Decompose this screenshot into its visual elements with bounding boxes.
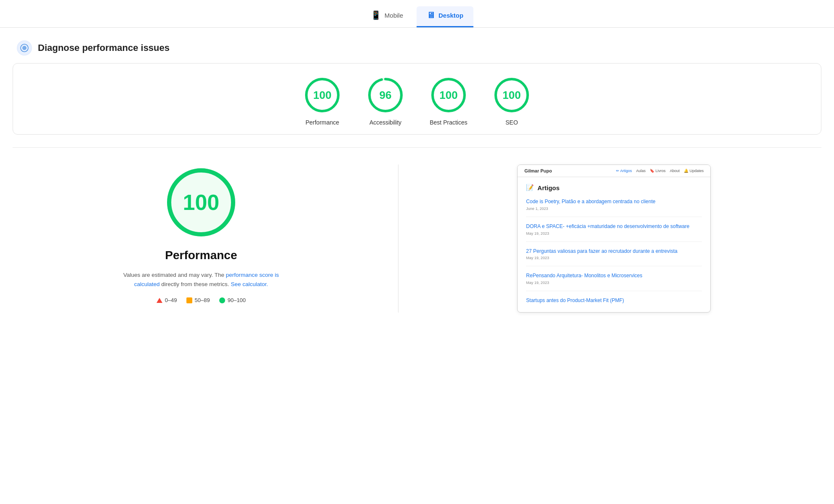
article-1-date: June 1, 2023 — [526, 207, 702, 211]
preview-nav-updates[interactable]: 🔔 Updates — [684, 169, 704, 173]
article-4-title[interactable]: RePensando Arquitetura- Monolitos e Micr… — [526, 272, 702, 279]
article-2-title[interactable]: DORA e SPACE- +eficácia +maturidade no d… — [526, 223, 702, 230]
vertical-separator — [398, 164, 398, 313]
legend-range-amber: 50–89 — [195, 297, 210, 303]
score-item-accessibility: 96 Accessibility — [367, 76, 404, 126]
article-5-title[interactable]: Startups antes do Product-Market Fit (PM… — [526, 297, 702, 304]
article-4: RePensando Arquitetura- Monolitos e Micr… — [526, 272, 702, 291]
article-5: Startups antes do Product-Market Fit (PM… — [526, 297, 702, 304]
right-panel: Gilmar Pupo ✏ Artigos Aulas 🔖 Livros Abo… — [407, 164, 821, 313]
section-title: Diagnose performance issues — [38, 42, 170, 53]
scores-card: 100 Performance 96 Accessibility — [13, 63, 821, 135]
tab-desktop-label: Desktop — [438, 12, 463, 19]
left-panel: 100 Performance Values are estimated and… — [13, 164, 390, 303]
legend-item-red: 0–49 — [157, 297, 177, 303]
section-header: Diagnose performance issues — [0, 28, 834, 63]
big-score-circle: 100 — [163, 164, 239, 240]
description-before: Values are estimated and may vary. The — [123, 272, 226, 278]
score-value-best-practices: 100 — [439, 89, 457, 102]
artigos-emoji: 📝 — [526, 184, 534, 191]
legend-item-green: 90–100 — [219, 297, 246, 303]
main-content: 100 Performance Values are estimated and… — [0, 148, 834, 325]
big-score-label: Performance — [165, 249, 237, 262]
green-circle-icon — [219, 297, 225, 303]
preview-nav: ✏ Artigos Aulas 🔖 Livros About 🔔 Updates — [616, 169, 704, 173]
tab-mobile-label: Mobile — [385, 12, 403, 19]
scores-row: 100 Performance 96 Accessibility — [21, 76, 813, 126]
legend-range-green: 90–100 — [228, 297, 246, 303]
preview-nav-about[interactable]: About — [670, 169, 680, 173]
article-1: Code is Poetry, Platão e a abordagem cen… — [526, 198, 702, 217]
score-label-seo: SEO — [505, 119, 518, 126]
tab-mobile[interactable]: 📱 Mobile — [361, 6, 413, 27]
article-2-date: May 19, 2023 — [526, 231, 702, 236]
score-description: Values are estimated and may vary. The p… — [121, 271, 281, 289]
score-item-seo: 100 SEO — [493, 76, 531, 126]
score-label-performance: Performance — [305, 119, 339, 126]
red-triangle-icon — [157, 298, 162, 303]
legend-range-red: 0–49 — [165, 297, 177, 303]
score-circle-performance: 100 — [303, 76, 341, 114]
score-item-best-practices: 100 Best Practices — [430, 76, 467, 126]
score-label-accessibility: Accessibility — [369, 119, 401, 126]
article-3-title[interactable]: 27 Perguntas valiosas para fazer ao recr… — [526, 248, 702, 255]
preview-topbar: Gilmar Pupo ✏ Artigos Aulas 🔖 Livros Abo… — [518, 165, 710, 177]
article-3-date: May 19, 2023 — [526, 256, 702, 260]
amber-square-icon — [186, 297, 192, 303]
score-value-performance: 100 — [313, 89, 331, 102]
article-2: DORA e SPACE- +eficácia +maturidade no d… — [526, 223, 702, 242]
tab-desktop[interactable]: 🖥 Desktop — [417, 6, 473, 27]
artigos-label: Artigos — [537, 184, 560, 191]
preview-nav-livros[interactable]: 🔖 Livros — [650, 169, 666, 173]
mobile-icon: 📱 — [371, 10, 381, 20]
tab-bar: 📱 Mobile 🖥 Desktop — [0, 0, 834, 28]
diagnose-icon — [17, 40, 32, 56]
score-label-best-practices: Best Practices — [430, 119, 467, 126]
article-4-date: May 19, 2023 — [526, 281, 702, 285]
score-circle-best-practices: 100 — [430, 76, 467, 114]
desktop-icon: 🖥 — [427, 11, 435, 20]
score-circle-accessibility: 96 — [367, 76, 404, 114]
preview-nav-artigos[interactable]: ✏ Artigos — [616, 169, 632, 173]
legend-item-amber: 50–89 — [186, 297, 210, 303]
legend-row: 0–49 50–89 90–100 — [157, 297, 246, 303]
preview-nav-aulas[interactable]: Aulas — [636, 169, 646, 173]
article-1-title[interactable]: Code is Poetry, Platão e a abordagem cen… — [526, 198, 702, 205]
description-middle: directly from these metrics. — [160, 281, 231, 287]
svg-point-1 — [22, 46, 27, 50]
big-score-value: 100 — [183, 190, 219, 215]
preview-site-name: Gilmar Pupo — [524, 168, 552, 173]
preview-section-title: 📝 Artigos — [526, 184, 702, 191]
calculator-link[interactable]: See calculator. — [231, 281, 268, 287]
score-value-seo: 100 — [502, 89, 521, 102]
website-preview: Gilmar Pupo ✏ Artigos Aulas 🔖 Livros Abo… — [517, 164, 711, 313]
score-circle-seo: 100 — [493, 76, 531, 114]
article-3: 27 Perguntas valiosas para fazer ao recr… — [526, 248, 702, 267]
preview-content: 📝 Artigos Code is Poetry, Platão e a abo… — [518, 177, 710, 312]
score-item-performance: 100 Performance — [303, 76, 341, 126]
score-value-accessibility: 96 — [380, 89, 392, 102]
